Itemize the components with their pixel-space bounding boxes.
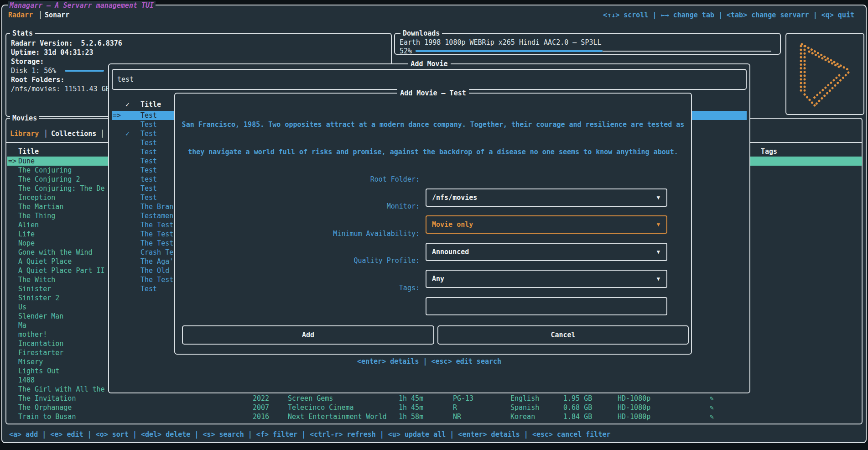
tab-library[interactable]: Library xyxy=(10,129,39,138)
movie-row[interactable]: The Invitation 2022 Screen Gems 1h 45m P… xyxy=(7,394,862,403)
result-title-cell: The Test xyxy=(140,239,173,248)
radarr-version: Radarr Version: 5.2.6.8376 xyxy=(11,39,122,48)
movie-size-cell: 0.68 GB xyxy=(563,403,592,412)
movie-rating-cell: NR xyxy=(453,412,461,421)
movie-title-cell: Nope xyxy=(18,239,109,248)
movie-row[interactable]: Train to Busan 2016 Next Entertainment W… xyxy=(7,412,862,421)
monitor-field: Monitor: Movie only ▼ xyxy=(175,188,691,206)
add-movie-title-wrap: Add Movie xyxy=(109,59,749,68)
add-movie-title: Add Movie xyxy=(408,60,450,68)
movie-rating-cell: R xyxy=(453,403,457,412)
movie-studio-cell: Screen Gems xyxy=(288,394,333,403)
tags-field: Tags: xyxy=(175,270,691,288)
movie-title-cell: The Orphanage xyxy=(18,403,109,412)
quality-profile-field: Quality Profile: Any ▼ xyxy=(175,242,691,261)
edit-icon: ✎ xyxy=(710,394,714,403)
movie-quality-cell: HD-1080p xyxy=(618,403,650,412)
root-folder-path: /nfs/movies: 11511.43 GB xyxy=(11,84,110,94)
result-title-cell: Test xyxy=(140,138,157,147)
movie-quality-cell: HD-1080p xyxy=(618,412,650,421)
modal-title-wrap: Add Movie – Test xyxy=(175,89,691,98)
movie-title-cell: Us xyxy=(18,303,109,312)
result-title-cell: Test xyxy=(140,147,157,157)
disk-usage: Disk 1: 56% xyxy=(11,66,56,75)
movie-title-cell: mother! xyxy=(18,330,109,339)
movie-title-cell: Slender Man xyxy=(18,312,109,321)
movie-title-cell: The Thing xyxy=(18,211,109,220)
movie-title-cell: Sinister xyxy=(18,284,109,293)
top-help-bar: <↑↓> scroll | ←→ change tab | <tab> chan… xyxy=(603,10,854,20)
root-folder-field: Root Folder: /nfs/movies ▼ xyxy=(175,161,691,179)
edit-icon: ✎ xyxy=(710,412,714,421)
result-title-cell: Crash Te xyxy=(140,248,173,257)
tab-collections[interactable]: Collections xyxy=(51,129,96,138)
managarr-logo-icon xyxy=(794,39,858,110)
app-title: Managarr – A Servarr management TUI xyxy=(8,1,156,10)
selection-marker: => xyxy=(8,157,16,166)
stats-title: Stats xyxy=(10,29,35,38)
movie-search-input[interactable] xyxy=(117,71,738,88)
check-header-icon: ✓ xyxy=(125,100,130,109)
add-movie-help: <enter> details | <esc> edit search xyxy=(109,357,749,366)
movie-studio-cell: Telecinco Cinema xyxy=(288,403,354,412)
movie-size-cell: 1.84 GB xyxy=(563,412,592,421)
movie-language-cell: English xyxy=(510,394,539,403)
storage-label: Storage: xyxy=(11,57,44,66)
tags-label: Tags: xyxy=(182,279,420,297)
result-title-cell: The Old xyxy=(140,266,169,275)
result-title-cell: Test xyxy=(140,120,157,129)
min-availability-label: Minimum Availability: xyxy=(182,225,420,243)
movie-runtime-cell: 1h 58m xyxy=(399,412,423,421)
result-title-cell: Test xyxy=(140,184,157,193)
tab-separator-icon: │ xyxy=(38,10,42,20)
movie-title-cell: Gone with the Wind xyxy=(18,248,109,257)
add-button[interactable]: Add xyxy=(182,325,434,345)
download-gauge xyxy=(416,50,603,52)
movie-row[interactable]: The Orphanage 2007 Telecinco Cinema 1h 4… xyxy=(7,403,862,412)
movie-title-cell: Dune xyxy=(18,157,109,166)
monitor-label: Monitor: xyxy=(182,197,420,215)
movie-title-cell: Incantation xyxy=(18,339,109,348)
result-title-cell: Test xyxy=(140,111,157,120)
bottom-help-bar: <a> add | <e> edit | <o> sort | <del> de… xyxy=(9,430,611,439)
result-title-cell: Test xyxy=(140,193,157,202)
tab-sonarr[interactable]: Sonarr xyxy=(45,10,69,20)
movie-title-cell: Life xyxy=(18,230,109,239)
cancel-button[interactable]: Cancel xyxy=(437,325,689,345)
tab-radarr[interactable]: Radarr xyxy=(8,10,33,20)
movies-title: Movies xyxy=(10,114,39,123)
movie-title-cell: Firestarter xyxy=(18,348,109,357)
result-title-cell: Test xyxy=(140,129,157,138)
movie-title-cell: A Quiet Place xyxy=(18,257,109,266)
result-title-cell: Test xyxy=(140,166,157,175)
movie-title-cell: Alien xyxy=(18,220,109,230)
result-title-cell: The Bran xyxy=(140,202,173,211)
movie-language-cell: Spanish xyxy=(510,403,539,412)
root-folder-label: Root Folder: xyxy=(182,170,420,188)
movie-title-cell: The Girl with All the xyxy=(18,385,109,394)
download-percent: 52% xyxy=(400,47,412,56)
add-movie-modal: Add Movie – Test San Francisco, 1985. Tw… xyxy=(174,93,692,355)
movie-title-cell: The Conjuring xyxy=(18,166,109,175)
result-title-cell: The Aga' xyxy=(140,257,173,266)
uptime: Uptime: 31d 04:31:23 xyxy=(11,48,94,57)
edit-icon: ✎ xyxy=(710,403,714,412)
movie-title-cell: The Invitation xyxy=(18,394,109,403)
movie-title-cell: Lights Out xyxy=(18,366,109,376)
modal-title: Add Movie – Test xyxy=(397,89,469,97)
check-icon: ✓ xyxy=(125,129,130,138)
tab-separator-icon: │ xyxy=(44,129,48,138)
tab-separator-icon: │ xyxy=(100,129,104,138)
download-item: Earth 1998 1080p WEBRip x265 Hindi AAC2.… xyxy=(400,38,602,47)
movie-title-cell: 1408 xyxy=(18,376,109,385)
result-title-cell: test xyxy=(140,175,157,184)
tags-input[interactable] xyxy=(426,297,667,315)
root-folders-label: Root Folders: xyxy=(11,75,64,84)
download-gauge-track xyxy=(603,51,771,52)
logo-panel xyxy=(785,33,864,115)
movie-title-cell: Train to Busan xyxy=(18,412,109,421)
movie-title-cell: Sinister 2 xyxy=(18,293,109,303)
movie-year-cell: 2022 xyxy=(253,394,269,403)
movie-title-cell: The Conjuring 2 xyxy=(18,175,109,184)
movies-title-header: Title xyxy=(18,147,39,156)
